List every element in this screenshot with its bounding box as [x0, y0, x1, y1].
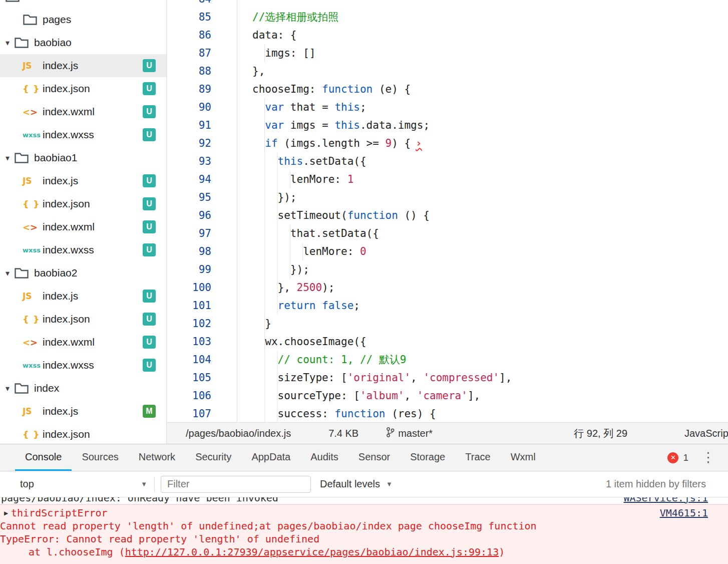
tree-file-index.wxss[interactable]: wxssindex.wxssU	[0, 238, 166, 261]
tree-file-index.js[interactable]: JSindex.jsU	[0, 169, 166, 192]
code-line-95[interactable]: 95});	[167, 188, 728, 206]
code-line-85[interactable]: 85//选择相册或拍照	[167, 8, 728, 26]
tree-file-index.json[interactable]: { }index.jsonU	[0, 308, 166, 331]
file-label: index.wxss	[43, 359, 143, 371]
git-branch[interactable]: master*	[386, 427, 433, 440]
code-line-86[interactable]: 86data: {	[167, 26, 728, 44]
editor-status-bar: /pages/baobiao/index.js 7.4 KB master* 行…	[167, 422, 728, 444]
code-line-103[interactable]: 103wx.chooseImage({	[167, 333, 728, 351]
tree-folder-pages[interactable]: pages	[0, 8, 166, 31]
code-line-92[interactable]: 92if (imgs.length >= 9) {›	[167, 134, 728, 152]
code-line-89[interactable]: 89chooseImg: function (e) {	[167, 80, 728, 98]
tab-sources[interactable]: Sources	[72, 444, 128, 471]
tab-storage[interactable]: Storage	[400, 444, 455, 471]
error-message-row: Cannot read property 'length' of undefin…	[0, 519, 728, 532]
tree-file-index.js[interactable]: JSindex.jsU	[0, 285, 166, 308]
code-line-104[interactable]: 104// count: 1, // 默认9	[167, 351, 728, 369]
folder-icon	[23, 14, 43, 26]
tab-wxml[interactable]: Wxml	[501, 444, 546, 471]
line-number: 87	[167, 44, 237, 62]
expand-arrow-icon[interactable]: ▾	[1, 384, 14, 393]
code-line-97[interactable]: 97that.setData({	[167, 224, 728, 242]
folder-icon	[14, 37, 34, 49]
tree-file-index.wxml[interactable]: <>index.wxmlU	[0, 100, 166, 123]
language-mode[interactable]: JavaScript	[684, 428, 728, 439]
toolbar-divider	[154, 477, 155, 492]
error-counter[interactable]: ✕ 1	[667, 452, 688, 463]
file-label: index	[34, 382, 166, 394]
code-line-98[interactable]: 98lenMore: 0	[167, 242, 728, 260]
tree-file-index.json[interactable]: { }index.json	[0, 423, 166, 444]
tab-sensor[interactable]: Sensor	[348, 444, 400, 471]
tree-file-index.wxml[interactable]: <>index.wxmlU	[0, 331, 166, 354]
tree-folder-index[interactable]: ▾index	[0, 377, 166, 400]
code-text	[237, 0, 252, 8]
tree-folder-baobiao1[interactable]: ▾baobiao1	[0, 146, 166, 169]
log-levels-selector[interactable]: Default levels ▼	[320, 478, 393, 490]
line-number: 91	[167, 116, 237, 134]
code-text: }	[237, 315, 271, 333]
error-header-row[interactable]: ▶ thirdScriptError VM4615:1	[0, 506, 728, 519]
expand-triangle-icon[interactable]: ▶	[0, 506, 11, 519]
console-log-row[interactable]: pages/baobiao/index: onReady have been i…	[0, 497, 728, 504]
wxss-icon: wxss	[23, 362, 43, 369]
code-line-105[interactable]: 105sizeType: ['original', 'compressed'],	[167, 369, 728, 387]
log-source-link[interactable]: WAService.js:1	[623, 497, 708, 504]
code-line-87[interactable]: 87imgs: []	[167, 44, 728, 62]
git-branch-name: master*	[398, 428, 433, 439]
tree-file-index.js[interactable]: JSindex.jsU	[0, 54, 166, 77]
code-line-91[interactable]: 91var imgs = this.data.imgs;	[167, 116, 728, 134]
tree-file-index.json[interactable]: { }index.jsonU	[0, 77, 166, 100]
line-number: 104	[167, 351, 237, 369]
console-filter-input[interactable]	[161, 476, 311, 493]
tree-file-index.json[interactable]: { }index.jsonU	[0, 192, 166, 215]
wxss-icon: wxss	[23, 246, 43, 254]
error-source-link[interactable]: VM4615:1	[660, 506, 708, 519]
tab-network[interactable]: Network	[129, 444, 185, 471]
stack-file-link[interactable]: http://127.0.0.1:27939/appservice/pages/…	[125, 545, 499, 558]
git-status-badge: U	[143, 82, 156, 95]
code-view[interactable]: 8485//选择相册或拍照86data: {87imgs: []88},89ch…	[167, 0, 728, 422]
code-line-100[interactable]: 100}, 2500);	[167, 278, 728, 297]
tab-appdata[interactable]: AppData	[241, 444, 300, 471]
context-selector[interactable]: top ▼	[20, 478, 154, 490]
tab-console[interactable]: Console	[15, 444, 72, 471]
code-line-93[interactable]: 93this.setData({	[167, 152, 728, 170]
expand-arrow-icon[interactable]: ▾	[1, 268, 14, 278]
error-message: Cannot read property 'length' of undefin…	[0, 519, 537, 532]
tab-trace[interactable]: Trace	[455, 444, 500, 471]
git-status-badge: U	[143, 290, 156, 303]
code-line-84[interactable]: 84	[167, 0, 728, 8]
tree-folder-clipped[interactable]	[0, 0, 166, 8]
code-line-94[interactable]: 94lenMore: 1	[167, 170, 728, 188]
tree-folder-baobiao[interactable]: ▾baobiao	[0, 31, 166, 54]
git-branch-icon	[386, 427, 395, 440]
tree-file-index.wxml[interactable]: <>index.wxmlU	[0, 215, 166, 238]
code-line-102[interactable]: 102}	[167, 315, 728, 333]
log-message: pages/baobiao/index: onReady have been i…	[0, 497, 278, 504]
code-text: this.setData({	[237, 152, 367, 170]
tree-file-index.wxss[interactable]: wxssindex.wxssU	[0, 123, 166, 146]
more-options-icon[interactable]: ⋮	[701, 451, 715, 464]
tab-security[interactable]: Security	[185, 444, 241, 471]
file-label: index.js	[43, 290, 143, 302]
expand-arrow-icon[interactable]: ▾	[1, 153, 14, 163]
code-text: sourceType: ['album', 'camera'],	[237, 387, 480, 405]
code-line-107[interactable]: 107success: function (res) {	[167, 405, 728, 422]
tree-file-index.js[interactable]: JSindex.jsM	[0, 400, 166, 423]
code-line-96[interactable]: 96setTimeout(function () {	[167, 206, 728, 224]
code-text: wx.chooseImage({	[237, 333, 367, 351]
code-line-106[interactable]: 106sourceType: ['album', 'camera'],	[167, 387, 728, 405]
code-line-88[interactable]: 88},	[167, 62, 728, 80]
file-path: /pages/baobiao/index.js	[186, 428, 291, 439]
tree-folder-baobiao2[interactable]: ▾baobiao2	[0, 261, 166, 285]
code-line-99[interactable]: 99});	[167, 260, 728, 278]
expand-arrow-icon[interactable]: ▾	[1, 38, 14, 48]
cursor-position: 行 92, 列 29	[574, 427, 627, 440]
code-line-101[interactable]: 101return false;	[167, 297, 728, 315]
file-label: index.json	[43, 428, 166, 440]
code-text: //选择相册或拍照	[237, 8, 338, 26]
code-line-90[interactable]: 90var that = this;	[167, 98, 728, 116]
tree-file-index.wxss[interactable]: wxssindex.wxssU	[0, 354, 166, 377]
tab-audits[interactable]: Audits	[300, 444, 348, 471]
